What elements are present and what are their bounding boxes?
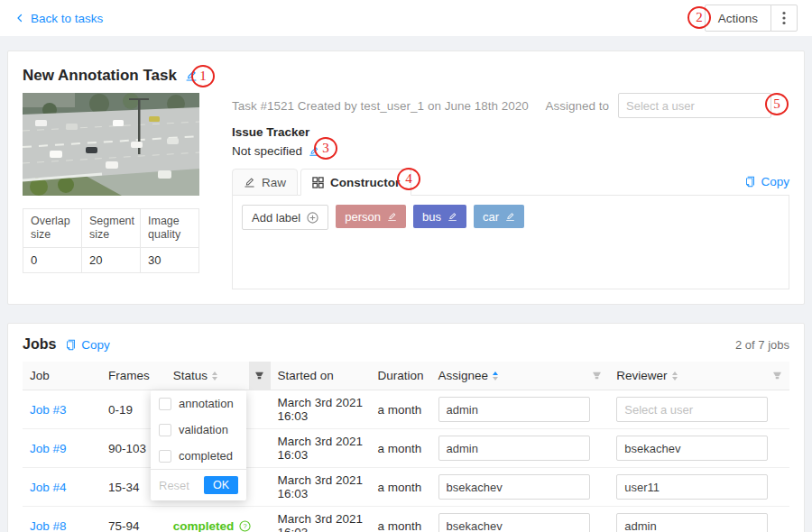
- filter-status-icon[interactable]: [249, 362, 271, 390]
- frames-cell: 0-19: [108, 403, 133, 417]
- col-assignee-label: Assignee: [438, 369, 489, 382]
- col-status-label: Status: [173, 369, 208, 382]
- checkbox-icon[interactable]: [159, 424, 171, 436]
- task-assignee-input[interactable]: [618, 93, 771, 118]
- job-link[interactable]: Job #3: [30, 403, 67, 417]
- jobs-copy-label: Copy: [81, 338, 110, 352]
- label-tag-bus[interactable]: bus: [413, 205, 466, 228]
- assigned-to-label: Assigned to: [545, 99, 609, 113]
- col-status[interactable]: Status: [166, 362, 271, 390]
- col-started-on: Started on: [271, 362, 371, 390]
- copy-icon: [744, 176, 756, 188]
- task-meta: Task #1521 Created by test_user_1 on Jun…: [232, 99, 529, 113]
- add-label-button[interactable]: Add label: [242, 205, 328, 230]
- sort-reviewer-icon[interactable]: [672, 371, 678, 381]
- annotation-circle-5: 5: [765, 93, 789, 115]
- filter-ok-button[interactable]: OK: [204, 476, 238, 494]
- task-parameters-table: Overlap size Segment size Image quality …: [23, 208, 199, 273]
- label-tag-car-name: car: [483, 210, 499, 224]
- task-left-column: Overlap size Segment size Image quality …: [23, 93, 199, 289]
- reviewer-input[interactable]: [616, 474, 768, 500]
- checkbox-icon[interactable]: [159, 398, 171, 410]
- jobs-table: Job Frames Status Started on Duration As…: [23, 362, 789, 532]
- plus-circle-icon: [307, 212, 318, 224]
- tab-raw-label: Raw: [262, 176, 286, 189]
- back-to-tasks-link[interactable]: Back to tasks: [14, 12, 103, 25]
- duration-cell: a month: [378, 519, 422, 532]
- assignee-input[interactable]: [438, 397, 590, 422]
- table-row: Job #9 90-103 March 3rd 2021 16:03 a mon…: [23, 429, 789, 468]
- question-circle-icon[interactable]: ?: [239, 520, 251, 532]
- issue-tracker-value: Not specified: [232, 143, 302, 160]
- started-cell: March 3rd 2021 16:03: [278, 512, 364, 532]
- reviewer-input[interactable]: [616, 397, 768, 422]
- actions-button-group: Actions: [705, 5, 798, 32]
- tab-constructor[interactable]: Constructor: [300, 169, 411, 196]
- label-tag-car[interactable]: car: [474, 205, 524, 228]
- job-link[interactable]: Job #8: [30, 519, 67, 532]
- filter-option-completed[interactable]: completed: [151, 443, 246, 469]
- pencil-icon[interactable]: [448, 212, 457, 222]
- task-meta-row: Task #1521 Created by test_user_1 on Jun…: [232, 93, 789, 118]
- filter-option-annotation[interactable]: annotation: [151, 390, 246, 417]
- back-to-tasks-label: Back to tasks: [31, 12, 103, 25]
- actions-button[interactable]: Actions: [705, 5, 771, 32]
- copy-icon: [65, 339, 77, 351]
- pencil-icon[interactable]: [505, 212, 515, 222]
- reviewer-input[interactable]: [616, 513, 768, 532]
- assignee-input[interactable]: [438, 474, 590, 500]
- labels-constructor-panel: Add label person bus: [232, 196, 789, 289]
- started-cell: March 3rd 2021 16:03: [278, 396, 364, 423]
- task-title-row: New Annotation Task: [23, 66, 789, 86]
- assignee-input[interactable]: [438, 513, 590, 532]
- task-right-column: Task #1521 Created by test_user_1 on Jun…: [232, 93, 789, 289]
- col-assignee[interactable]: Assignee: [431, 362, 610, 390]
- jobs-header: Jobs Copy 2 of 7 jobs: [23, 335, 789, 354]
- jobs-count: 2 of 7 jobs: [735, 338, 789, 352]
- tab-raw[interactable]: Raw: [232, 169, 298, 196]
- started-cell: March 3rd 2021 16:03: [278, 435, 364, 462]
- col-reviewer[interactable]: Reviewer: [609, 362, 789, 390]
- job-link[interactable]: Job #4: [30, 481, 67, 494]
- job-link[interactable]: Job #9: [30, 442, 67, 455]
- jobs-table-header-row: Job Frames Status Started on Duration As…: [23, 362, 789, 390]
- pencil-icon[interactable]: [387, 212, 397, 222]
- jobs-copy-link[interactable]: Copy: [65, 338, 110, 352]
- chevron-left-icon: [14, 13, 25, 23]
- task-body: Overlap size Segment size Image quality …: [23, 93, 789, 289]
- jobs-title: Jobs: [23, 336, 56, 353]
- table-row: Job #8 75-94 completed ? March 3rd 2021 …: [23, 507, 789, 532]
- filter-reviewer-icon[interactable]: [772, 371, 782, 381]
- jobs-card: Jobs Copy 2 of 7 jobs Job Frames Status: [7, 323, 805, 532]
- label-tag-person[interactable]: person: [336, 205, 406, 228]
- label-tag-bus-name: bus: [422, 210, 441, 224]
- duration-cell: a month: [378, 481, 422, 494]
- sort-status-icon[interactable]: [212, 371, 217, 381]
- labels-copy-link[interactable]: Copy: [744, 175, 789, 195]
- table-row: Job #3 0-19 March 3rd 2021 16:03 a month: [23, 390, 789, 429]
- frames-cell: 15-34: [108, 481, 140, 494]
- col-frames: Frames: [101, 362, 166, 390]
- labels-tabs: Raw Constructor Copy: [232, 169, 789, 196]
- filter-option-validation[interactable]: validation: [151, 417, 246, 443]
- annotation-circle-2: 2: [687, 6, 711, 29]
- filter-reset-button[interactable]: Reset: [159, 479, 189, 492]
- filter-option-label: annotation: [179, 397, 234, 410]
- labels-copy-label: Copy: [761, 175, 789, 188]
- task-preview-image: [23, 93, 199, 196]
- param-header-overlap: Overlap size: [23, 209, 82, 248]
- reviewer-input[interactable]: [616, 436, 768, 461]
- tab-constructor-label: Constructor: [330, 176, 400, 189]
- param-header-segment: Segment size: [82, 209, 141, 248]
- filter-assignee-icon[interactable]: [592, 371, 602, 381]
- param-value-overlap: 0: [23, 248, 82, 273]
- checkbox-icon[interactable]: [159, 450, 171, 463]
- param-header-quality: Image quality: [141, 209, 199, 248]
- param-value-segment: 20: [82, 248, 141, 273]
- assignee-input[interactable]: [438, 436, 590, 461]
- frames-cell: 75-94: [108, 519, 140, 532]
- annotation-circle-3: 3: [314, 137, 337, 160]
- assigned-to-group: Assigned to: [545, 93, 771, 118]
- actions-menu-button[interactable]: [770, 5, 798, 32]
- sort-assignee-icon[interactable]: [493, 371, 498, 381]
